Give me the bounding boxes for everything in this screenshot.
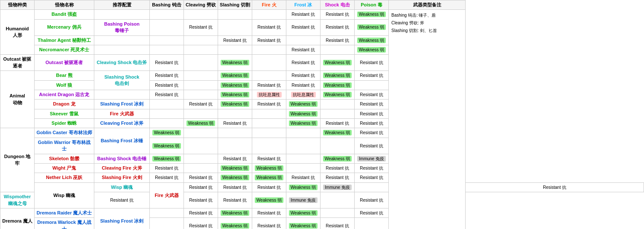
table-row: Mercenary 佣兵Bashing Poison 毒锤子Resistant … (0, 19, 644, 35)
cell-bashing (150, 45, 184, 54)
cell-slashing (218, 109, 252, 118)
recommended-config: Fire 火武器 (150, 182, 184, 208)
cell-frost: Weakness 弱 (286, 218, 321, 229)
cell-cleaving: Resistant 抗 (184, 192, 218, 208)
cell-bashing (150, 119, 184, 128)
cell-bashing (150, 208, 184, 217)
cell-fire: Weakness 弱 (252, 173, 286, 182)
cell-frost (286, 35, 321, 45)
table-row: Nether Lich 巫妖Slashing Fire 火剑Resistant … (0, 173, 644, 182)
cell-fire (252, 109, 286, 118)
cell-cleaving: Resistant 抗 (184, 19, 218, 35)
monster-name: Wisp 幽魂 (94, 182, 150, 192)
monster-name: Mercenary 佣兵 (35, 19, 94, 35)
cell-cleaving: Resistant 抗 (184, 208, 218, 217)
note-item: Bashing 钝击: 锤子、盾 (391, 12, 463, 18)
recommended-config: Cleaving Fire 火斧 (94, 164, 150, 173)
cell-frost: Immune 免疫 (321, 182, 355, 192)
cell-poison: Weakness 弱 (355, 45, 389, 54)
cell-slashing: Weakness 弱 (218, 71, 252, 80)
monster-name: Bandit 强盗 (35, 10, 94, 19)
table-row: Necromancer 死灵术士Resistant 抗Weakness 弱 (0, 45, 644, 54)
monster-name: Goblin Warrior 哥布林战士 (35, 138, 94, 154)
table-row: Humanoid 人形Bandit 强盗Resistant 抗Resistant… (0, 10, 644, 19)
main-container: 怪物种类怪物名称推荐配置Bashing 钝击Cleaving 劈砍Slashin… (0, 0, 644, 229)
cell-poison: Weakness 弱 (355, 35, 389, 45)
cell-shock (355, 182, 389, 192)
cell-frost: Weakness 弱 (286, 109, 321, 118)
table-row: Dragon 龙Slashing Frost 冰剑Resistant 抗Weak… (0, 100, 644, 109)
cell-slashing: Weakness 弱 (218, 90, 252, 99)
cell-shock: Resistant 抗 (321, 173, 355, 182)
cell-fire: Weakness 弱 (286, 182, 321, 192)
cell-frost: Resistant 抗 (286, 71, 321, 80)
table-row: Wight 尸鬼Cleaving Fire 火斧Resistant 抗Weakn… (0, 164, 644, 173)
monster-type: Outcast 被驱逐者 (0, 55, 35, 71)
cell-cleaving (184, 154, 218, 163)
cell-fire (252, 55, 286, 71)
recommended-config (94, 35, 150, 45)
cell-poison (355, 218, 389, 229)
recommended-config: Slashing Shock 电击剑 (94, 71, 150, 90)
note-item: Slashing 切割: 剑、匕首 (391, 28, 463, 34)
recommended-config (94, 45, 150, 54)
monster-name: Nether Lich 巫妖 (35, 173, 94, 182)
cell-shock (321, 45, 355, 54)
cell-slashing: Weakness 弱 (218, 218, 252, 229)
weapon-notes: Bashing 钝击: 锤子、盾Cleaving 劈砍: 斧Slashing 切… (389, 10, 466, 229)
cell-bashing (150, 19, 184, 35)
cell-cleaving: Weakness 弱 (184, 119, 218, 128)
cell-shock: Resistant 抗 (321, 218, 355, 229)
header-name: 怪物名称 (35, 0, 94, 10)
monster-name: Dragon 龙 (35, 100, 94, 109)
cell-frost: Resistant 抗 (286, 80, 321, 90)
cell-slashing (218, 45, 252, 54)
header-type: 怪物种类 (0, 0, 35, 10)
cell-slashing: Resistant 抗 (218, 119, 252, 128)
cell-slashing (218, 138, 252, 154)
cell-cleaving (184, 138, 218, 154)
recommended-config: Bashing Poison 毒锤子 (94, 19, 150, 35)
cell-poison: Resistant 抗 (355, 109, 389, 118)
recommended-config: Slashing Fire 火剑 (94, 173, 150, 182)
cell-bashing: Resistant 抗 (150, 80, 184, 90)
cell-slashing (218, 19, 252, 35)
cell-slashing (218, 10, 252, 19)
cell-fire: Resistant 抗 (252, 19, 286, 35)
monster-name: Goblin Caster 哥布林法师 (35, 128, 94, 138)
header-notes: 武器类型备注 (389, 0, 466, 10)
cell-shock: Resistant 抗 (321, 19, 355, 35)
monster-name: Ancient Dragon 远古龙 (35, 90, 94, 99)
cell-shock (321, 192, 355, 208)
cell-frost (286, 138, 321, 154)
cell-frost: Immune 免疫 (286, 192, 321, 208)
cell-shock (321, 138, 355, 154)
header-config: 推荐配置 (94, 0, 150, 10)
monster-name: Wispmother 幽魂之母 (0, 192, 35, 208)
cell-poison: Resistant 抗 (355, 164, 389, 173)
cell-frost: Resistant 抗 (286, 173, 321, 182)
cell-poison: Weakness 弱 (355, 10, 389, 19)
monster-type: Animal 动物 (0, 71, 35, 128)
recommended-config (94, 10, 150, 19)
cell-poison (355, 80, 389, 90)
cell-bashing: Weakness 弱 (150, 138, 184, 154)
cell-poison: Immune 免疫 (355, 154, 389, 163)
recommended-config: Cleaving Frost 冰斧 (94, 119, 150, 128)
cell-fire (252, 138, 286, 154)
cell-frost: Resistant 抗 (286, 45, 321, 54)
cell-bashing: Resistant 抗 (94, 192, 150, 208)
monster-name: Wight 尸鬼 (35, 164, 94, 173)
cell-shock: Weakness 弱 (321, 55, 355, 71)
cell-bashing: Resistant 抗 (184, 182, 218, 192)
cell-cleaving (184, 35, 218, 45)
cell-poison: Resistant 抗 (355, 208, 389, 217)
cell-slashing: Weakness 弱 (218, 55, 252, 71)
cell-frost: Weakness 弱 (286, 208, 321, 217)
cell-slashing: Weakness 弱 (218, 208, 252, 217)
cell-shock (321, 100, 355, 109)
monster-name: Outcast 被驱逐者 (35, 55, 94, 71)
cell-fire: Resistant 抗 (252, 218, 286, 229)
cell-bashing (150, 109, 184, 118)
monster-name: Wolf 狼 (35, 80, 94, 90)
